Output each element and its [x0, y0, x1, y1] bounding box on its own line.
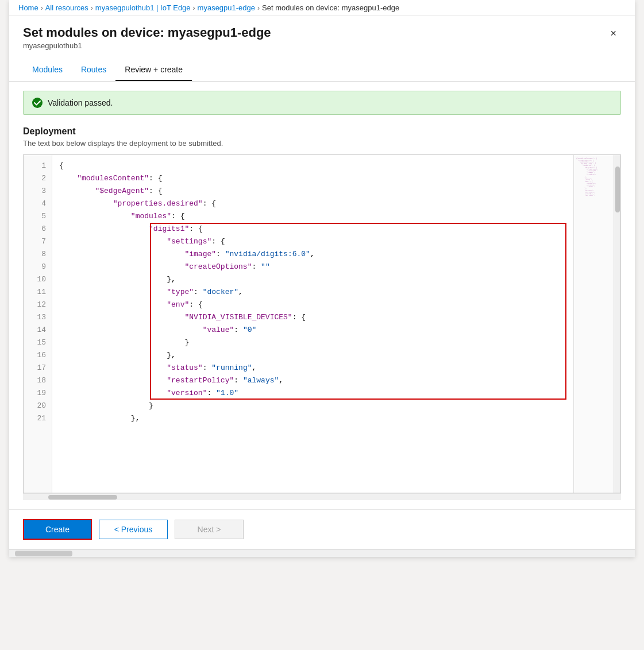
line-num-15: 15	[24, 336, 52, 349]
line-num-4: 4	[24, 198, 52, 210]
code-line-19: "version": "1.0"	[52, 387, 573, 400]
code-editor[interactable]: 1 2 3 4 5 6 7 8 9 10 11 12 13 14 15 16 1…	[23, 154, 621, 493]
line-num-3: 3	[24, 185, 52, 198]
line-num-9: 9	[24, 261, 52, 273]
deployment-desc: The text box below displays the deployme…	[23, 139, 621, 148]
code-line-7: "settings": {	[52, 235, 573, 248]
line-num-10: 10	[24, 273, 52, 286]
code-line-8: "image": "nvidia/digits:6.0",	[52, 248, 573, 261]
breadcrumb-sep-4: ›	[257, 4, 260, 12]
footer: Create < Previous Next >	[9, 509, 635, 549]
code-text[interactable]: { "modulesContent": { "$edgeAgent": { "p…	[52, 155, 573, 493]
code-line-20: }	[52, 400, 573, 412]
breadcrumb-all-resources[interactable]: All resources	[45, 3, 88, 12]
validation-banner: Validation passed.	[23, 91, 621, 115]
page-header: Set modules on device: myasegpu1-edge my…	[9, 16, 635, 55]
code-line-3: "$edgeAgent": {	[52, 185, 573, 198]
line-num-19: 19	[24, 387, 52, 400]
line-num-7: 7	[24, 235, 52, 248]
line-num-1: 1	[24, 160, 52, 172]
line-num-20: 20	[24, 400, 52, 412]
deployment-section: Deployment The text box below displays t…	[23, 126, 621, 148]
code-line-5: "modules": {	[52, 210, 573, 223]
line-num-12: 12	[24, 299, 52, 311]
validation-icon	[32, 97, 43, 109]
code-line-18: "restartPolicy": "always",	[52, 374, 573, 387]
page-title: Set modules on device: myasegpu1-edge	[23, 25, 271, 40]
create-button[interactable]: Create	[23, 519, 92, 540]
scroll-thumb[interactable]	[615, 167, 620, 212]
tab-review-create[interactable]: Review + create	[115, 59, 192, 81]
code-line-9: "createOptions": ""	[52, 261, 573, 273]
code-line-15: }	[52, 336, 573, 349]
main-window: Home › All resources › myasegpuiothub1 |…	[9, 0, 635, 557]
next-button: Next >	[175, 520, 244, 539]
code-line-16: },	[52, 349, 573, 362]
code-line-13: "NVIDIA_VISIBLE_DEVICES": {	[52, 311, 573, 324]
line-num-6: 6	[24, 223, 52, 235]
page-subtitle: myasegpuiothub1	[23, 41, 271, 50]
line-num-17: 17	[24, 362, 52, 374]
line-num-18: 18	[24, 374, 52, 387]
breadcrumb-sep-2: ›	[91, 4, 93, 12]
line-num-8: 8	[24, 248, 52, 261]
breadcrumb-sep-3: ›	[193, 4, 195, 12]
code-minimap: {"modulesContent": { "$edgeAgent": { "pr…	[573, 155, 614, 493]
tab-routes[interactable]: Routes	[72, 59, 115, 81]
tab-modules[interactable]: Modules	[23, 59, 72, 81]
line-num-21: 21	[24, 412, 52, 425]
code-line-14: "value": "0"	[52, 324, 573, 336]
code-line-12: "env": {	[52, 299, 573, 311]
breadcrumb-iot-edge[interactable]: myasegpuiothub1 | IoT Edge	[95, 3, 191, 12]
minimap-content: {"modulesContent": { "$edgeAgent": { "pr…	[574, 155, 614, 199]
breadcrumb: Home › All resources › myasegpuiothub1 |…	[9, 0, 635, 16]
svg-point-0	[32, 98, 43, 108]
code-line-1: {	[52, 160, 573, 172]
validation-text: Validation passed.	[48, 98, 113, 107]
line-numbers: 1 2 3 4 5 6 7 8 9 10 11 12 13 14 15 16 1…	[24, 155, 52, 493]
line-num-14: 14	[24, 324, 52, 336]
code-horizontal-scrollbar[interactable]	[23, 493, 621, 500]
previous-button[interactable]: < Previous	[99, 520, 168, 539]
breadcrumb-current: Set modules on device: myasegpu1-edge	[262, 3, 399, 12]
code-line-4: "properties.desired": {	[52, 198, 573, 210]
outer-horizontal-scrollbar[interactable]	[9, 549, 635, 557]
code-line-10: },	[52, 273, 573, 286]
line-num-2: 2	[24, 172, 52, 185]
vertical-scrollbar[interactable]	[614, 155, 620, 493]
close-button[interactable]: ×	[606, 25, 621, 42]
line-num-5: 5	[24, 210, 52, 223]
line-num-16: 16	[24, 349, 52, 362]
code-line-11: "type": "docker",	[52, 286, 573, 299]
breadcrumb-device[interactable]: myasegpu1-edge	[198, 3, 255, 12]
line-num-11: 11	[24, 286, 52, 299]
h-scroll-thumb[interactable]	[48, 495, 117, 500]
code-line-17: "status": "running",	[52, 362, 573, 374]
deployment-title: Deployment	[23, 126, 621, 137]
tab-bar: Modules Routes Review + create	[9, 59, 635, 82]
line-num-13: 13	[24, 311, 52, 324]
breadcrumb-home[interactable]: Home	[18, 3, 38, 12]
header-text: Set modules on device: myasegpu1-edge my…	[23, 25, 271, 50]
code-line-2: "modulesContent": {	[52, 172, 573, 185]
code-line-6: "digits1": {	[52, 223, 573, 235]
main-content: Validation passed. Deployment The text b…	[9, 82, 635, 509]
outer-h-scroll-thumb[interactable]	[15, 551, 72, 556]
code-line-21: },	[52, 412, 573, 425]
breadcrumb-sep-1: ›	[41, 4, 43, 12]
